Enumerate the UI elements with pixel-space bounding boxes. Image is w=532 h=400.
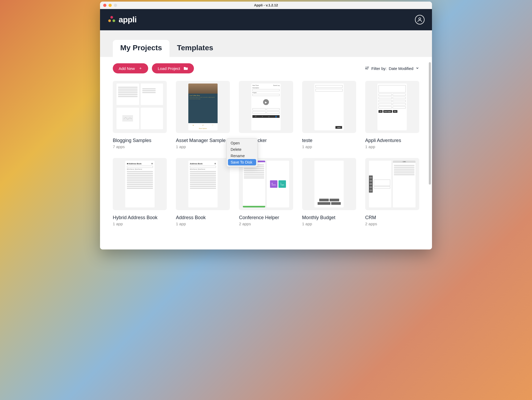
tab-my-projects[interactable]: My Projects [113, 40, 169, 57]
add-new-label: Add New [119, 66, 135, 71]
project-card[interactable]: CRM CRM 2 apps [365, 158, 419, 226]
svg-point-1 [108, 19, 111, 22]
project-card[interactable]: Monthly Budget 1 app [302, 158, 356, 226]
project-title: Hybrid Address Book [113, 215, 167, 220]
filter-prefix: Filter by: [371, 66, 387, 71]
toolbar: Add New ＋ Load Project Filter by: Date M… [100, 57, 432, 80]
folder-open-icon [184, 66, 188, 71]
svg-rect-4 [122, 115, 133, 122]
chevron-down-icon [415, 66, 419, 71]
ctx-rename[interactable]: Rename [228, 153, 256, 159]
ctx-open[interactable]: Open [228, 140, 256, 146]
tabs: My Projects Templates [100, 30, 432, 57]
project-card[interactable]: save teste 1 app [302, 81, 356, 149]
logo-icon [107, 15, 116, 24]
app-header: appli [100, 9, 432, 30]
project-subtitle: 7 apps [113, 144, 167, 149]
project-subtitle: 1 app [113, 222, 167, 226]
context-menu: Open Delete Rename Save To Disk [226, 138, 258, 167]
filter-value: Date Modified [389, 66, 413, 71]
project-subtitle: 1 app [302, 222, 356, 226]
load-project-label: Load Project [158, 66, 180, 71]
project-title: teste [302, 138, 356, 143]
brand-logo: appli [107, 15, 137, 24]
app-window: Appli - v.1.2.12 appli My Projects Temp [100, 2, 432, 249]
tab-templates[interactable]: Templates [169, 40, 221, 57]
project-title: Appli Adventures [365, 138, 419, 143]
project-card[interactable]: GoBack AgainRun Appli Adventures 1 app [365, 81, 419, 149]
project-title: Asset Manager Sample [176, 138, 230, 143]
svg-point-2 [113, 19, 115, 22]
fullscreen-window-button[interactable] [114, 4, 117, 7]
project-subtitle: 2 apps [239, 222, 293, 226]
project-subtitle: 1 app [302, 144, 356, 149]
close-window-button[interactable] [103, 4, 106, 7]
window-controls [100, 4, 117, 7]
project-card[interactable]: ✿Events ✎Tmpls Conference Helper 2 apps [239, 158, 293, 226]
filter-dropdown[interactable]: Filter by: Date Modified [365, 66, 419, 71]
add-new-button[interactable]: Add New ＋ [113, 63, 148, 73]
project-card[interactable]: Address Book+ $(firstName), $(lastName) … [176, 158, 230, 226]
window-title: Appli - v.1.2.12 [254, 3, 278, 7]
projects-grid: Blogging Samples 7 apps Cool Coffee Shop… [100, 80, 432, 239]
svg-point-0 [110, 16, 113, 19]
brand-name: appli [119, 15, 137, 24]
project-title: Conference Helper [239, 215, 293, 220]
project-subtitle: 1 app [365, 144, 419, 149]
project-title: Monthly Budget [302, 215, 356, 220]
titlebar: Appli - v.1.2.12 [100, 2, 432, 9]
project-title: Blogging Samples [113, 138, 167, 143]
project-card[interactable]: Cool Coffee ShopLorem ipsum dolor sit am… [176, 81, 230, 149]
content-area: My Projects Templates Add New ＋ Load Pro… [100, 30, 432, 249]
svg-point-3 [419, 18, 421, 20]
project-subtitle: 1 app [176, 222, 230, 226]
minimize-window-button[interactable] [109, 4, 112, 7]
project-subtitle: 1 app [176, 144, 230, 149]
project-title: Address Book [176, 215, 230, 220]
project-title: CRM [365, 215, 419, 220]
project-card[interactable]: ⇄ Address Book+ $(firstName), $(lastName… [113, 158, 167, 226]
plus-icon: ＋ [139, 66, 142, 71]
scrollbar[interactable] [429, 62, 431, 185]
sort-icon [365, 66, 369, 71]
project-card[interactable]: Blogging Samples 7 apps [113, 81, 167, 149]
ctx-delete[interactable]: Delete [228, 146, 256, 153]
project-subtitle: 2 apps [365, 222, 419, 226]
load-project-button[interactable]: Load Project [152, 63, 194, 73]
account-button[interactable] [415, 15, 425, 24]
ctx-save-to-disk[interactable]: Save To Disk [228, 159, 256, 165]
